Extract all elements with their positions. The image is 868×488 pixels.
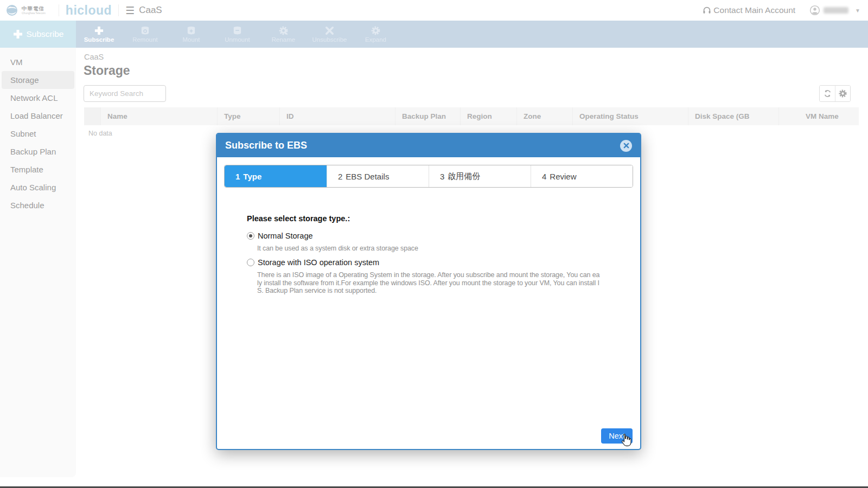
radio-iso-storage[interactable] [247, 259, 254, 266]
step-number: 2 [338, 172, 342, 181]
storage-type-form: Please select storage type.: Normal Stor… [247, 214, 627, 297]
modal-close-button[interactable] [620, 140, 632, 152]
step-label: 啟用備份 [448, 171, 480, 182]
step-tab-enable-backup[interactable]: 3 啟用備份 [429, 165, 531, 187]
option-normal-storage[interactable]: Normal Storage [247, 232, 627, 240]
step-tab-ebs-details[interactable]: 2 EBS Details [327, 165, 429, 187]
step-label: Type [243, 172, 261, 181]
step-label: EBS Details [346, 172, 389, 181]
close-icon [623, 143, 629, 149]
step-label: Review [550, 172, 576, 181]
radio-normal-storage[interactable] [247, 232, 254, 240]
option-label: Normal Storage [258, 232, 313, 240]
option-label: Storage with ISO operation system [258, 258, 379, 267]
wizard-steps: 1 Type 2 EBS Details 3 啟用備份 4 Review [224, 165, 633, 188]
step-number: 4 [542, 172, 546, 181]
option-description: There is an ISO image of a Operating Sys… [257, 271, 624, 295]
subscribe-to-ebs-modal: Subscribe to EBS 1 Type 2 EBS Details 3 … [216, 133, 641, 450]
modal-header: Subscribe to EBS [217, 134, 640, 157]
modal-title: Subscribe to EBS [225, 140, 307, 151]
step-number: 1 [235, 172, 240, 181]
mouse-cursor-hand-icon [620, 434, 631, 447]
step-number: 3 [440, 172, 444, 181]
step-tab-type[interactable]: 1 Type [225, 165, 327, 187]
option-description: It can be used as a system disk or extra… [257, 245, 624, 253]
form-prompt: Please select storage type.: [247, 214, 627, 223]
step-tab-review[interactable]: 4 Review [531, 165, 633, 187]
option-iso-storage[interactable]: Storage with ISO operation system [247, 258, 627, 267]
